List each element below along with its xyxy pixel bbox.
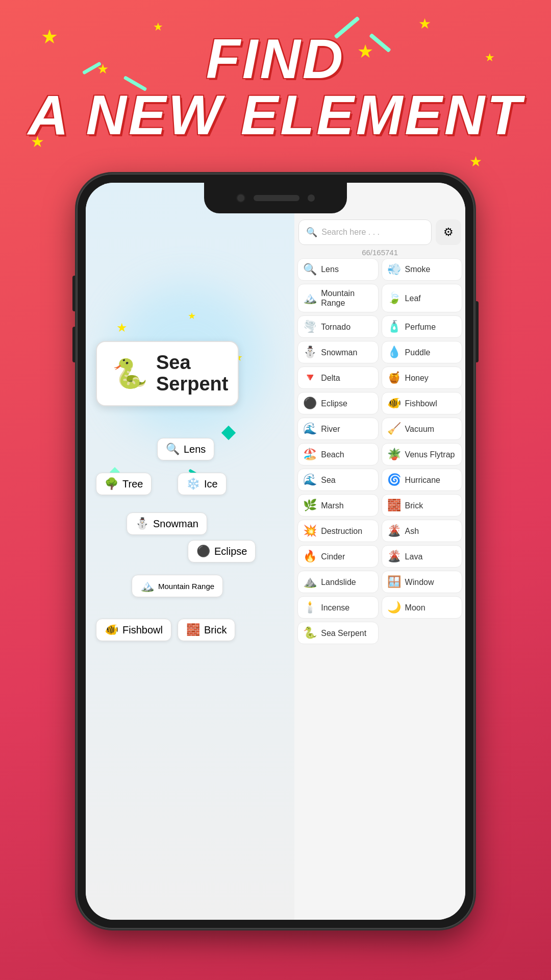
element-item-6[interactable]: ⛄Snowman [297, 341, 378, 363]
elements-list: 🔍Lens💨Smoke🏔️Mountain Range🍃Leaf🌪️Tornad… [294, 258, 465, 644]
elem-emoji-19: 🧱 [387, 499, 401, 512]
element-item-17[interactable]: 🌀Hurricane [382, 469, 462, 491]
element-item-13[interactable]: 🧹Vacuum [382, 418, 462, 440]
element-item-14[interactable]: 🏖️Beach [297, 443, 378, 465]
elem-label-4: Tornado [321, 322, 350, 332]
combo-node-brick: 🧱 Brick [178, 619, 235, 641]
element-item-28[interactable]: 🐍Sea Serpent [297, 622, 378, 644]
elem-label-5: Perfume [405, 322, 436, 332]
title-line2: A NEW ELEMENT [0, 87, 551, 143]
element-item-23[interactable]: 🌋Lava [382, 545, 462, 568]
elem-label-24: Landslide [321, 577, 356, 587]
elem-label-15: Venus Flytrap [405, 450, 455, 459]
element-item-15[interactable]: 🪴Venus Flytrap [382, 443, 462, 465]
star-5: ★ [418, 15, 431, 32]
combo-node-mtnrange: 🏔️ Mountain Range [132, 575, 223, 597]
element-item-20[interactable]: 💥Destruction [297, 520, 378, 542]
elem-label-0: Lens [321, 264, 339, 274]
element-item-5[interactable]: 🧴Perfume [382, 315, 462, 338]
element-item-4[interactable]: 🌪️Tornado [297, 315, 378, 338]
side-button-volume-down [72, 327, 77, 362]
elem-emoji-22: 🔥 [303, 550, 317, 563]
element-item-26[interactable]: 🕯️Incense [297, 596, 378, 619]
element-item-27[interactable]: 🌙Moon [382, 596, 462, 619]
result-name: Sea Serpent [156, 352, 228, 395]
element-item-16[interactable]: 🌊Sea [297, 469, 378, 491]
elem-emoji-13: 🧹 [387, 422, 401, 435]
elem-label-18: Marsh [321, 501, 343, 510]
combo-node-fishbowl: 🐠 Fishbowl [96, 619, 171, 641]
combo-node-lens: 🔍 Lens [157, 438, 214, 460]
element-item-19[interactable]: 🧱Brick [382, 494, 462, 517]
combo-emoji-tree: 🌳 [105, 477, 118, 491]
combo-emoji-mtnrange: 🏔️ [140, 579, 154, 593]
filter-button[interactable]: ⚙ [436, 219, 461, 245]
combo-label-eclipse: Eclipse [214, 546, 247, 557]
result-card: 🐍 Sea Serpent [96, 341, 239, 406]
elem-label-16: Sea [321, 475, 335, 485]
elem-emoji-5: 🧴 [387, 320, 401, 333]
elem-emoji-15: 🪴 [387, 448, 401, 461]
elem-emoji-16: 🌊 [303, 473, 317, 486]
elem-label-10: Eclipse [321, 399, 347, 408]
elem-emoji-17: 🌀 [387, 473, 401, 486]
elem-label-6: Snowman [321, 348, 357, 357]
elem-label-26: Incense [321, 603, 349, 612]
combo-emoji-brick: 🧱 [186, 623, 200, 636]
element-item-25[interactable]: 🪟Window [382, 571, 462, 593]
phone-frame: ★ ★ ★ ★ 🐍 Sea Serpent [77, 174, 474, 929]
search-input[interactable]: 🔍 Search here . . . [298, 219, 432, 245]
side-button-volume-up [72, 276, 77, 311]
element-item-24[interactable]: ⛰️Landslide [297, 571, 378, 593]
elem-emoji-12: 🌊 [303, 422, 317, 435]
screen-right: 🔍 Search here . . . ⚙ 66/165741 🔍Lens💨Sm… [294, 183, 465, 920]
combo-label-tree: Tree [122, 478, 143, 490]
side-button-power [474, 301, 479, 362]
result-emoji: 🐍 [112, 357, 148, 390]
elem-label-13: Vacuum [405, 424, 435, 434]
element-item-22[interactable]: 🔥Cinder [297, 545, 378, 568]
element-item-0[interactable]: 🔍Lens [297, 258, 378, 281]
element-item-18[interactable]: 🌿Marsh [297, 494, 378, 517]
elem-label-19: Brick [405, 501, 423, 510]
elem-label-7: Puddle [405, 348, 431, 357]
title-area: FIND A NEW ELEMENT [0, 31, 551, 143]
combo-emoji-lens: 🔍 [166, 443, 180, 456]
elem-emoji-8: 🔻 [303, 371, 317, 384]
combo-label-fishbowl: Fishbowl [122, 624, 163, 636]
element-item-7[interactable]: 💧Puddle [382, 341, 462, 363]
combo-label-ice: Ice [204, 478, 218, 490]
elem-label-8: Delta [321, 373, 340, 383]
elem-label-28: Sea Serpent [321, 628, 366, 638]
elem-label-17: Hurricane [405, 475, 440, 485]
element-item-10[interactable]: ⚫Eclipse [297, 392, 378, 414]
search-bar: 🔍 Search here . . . ⚙ [298, 219, 461, 245]
elem-label-1: Smoke [405, 264, 431, 274]
element-item-9[interactable]: 🍯Honey [382, 366, 462, 389]
notch [204, 183, 347, 213]
star-8: ★ [469, 153, 482, 170]
elem-emoji-3: 🍃 [387, 291, 401, 305]
elem-label-2: Mountain Range [321, 288, 372, 308]
element-item-2[interactable]: 🏔️Mountain Range [297, 284, 378, 312]
element-item-11[interactable]: 🐠Fishbowl [382, 392, 462, 414]
front-camera [236, 193, 245, 203]
elem-emoji-9: 🍯 [387, 371, 401, 384]
elem-emoji-26: 🕯️ [303, 601, 317, 614]
elem-emoji-24: ⛰️ [303, 575, 317, 589]
element-item-12[interactable]: 🌊River [297, 418, 378, 440]
element-item-8[interactable]: 🔻Delta [297, 366, 378, 389]
elem-emoji-0: 🔍 [303, 263, 317, 276]
elem-label-22: Cinder [321, 552, 345, 561]
sensor [308, 194, 315, 202]
screen-left: ★ ★ ★ ★ 🐍 Sea Serpent [86, 183, 294, 920]
elem-emoji-10: ⚫ [303, 397, 317, 410]
phone-screen: ★ ★ ★ ★ 🐍 Sea Serpent [86, 183, 465, 920]
element-item-21[interactable]: 🌋Ash [382, 520, 462, 542]
elem-emoji-18: 🌿 [303, 499, 317, 512]
element-item-3[interactable]: 🍃Leaf [382, 284, 462, 312]
element-item-1[interactable]: 💨Smoke [382, 258, 462, 281]
elem-emoji-4: 🌪️ [303, 320, 317, 333]
combo-label-lens: Lens [184, 444, 206, 455]
title-line1: FIND [0, 31, 551, 87]
